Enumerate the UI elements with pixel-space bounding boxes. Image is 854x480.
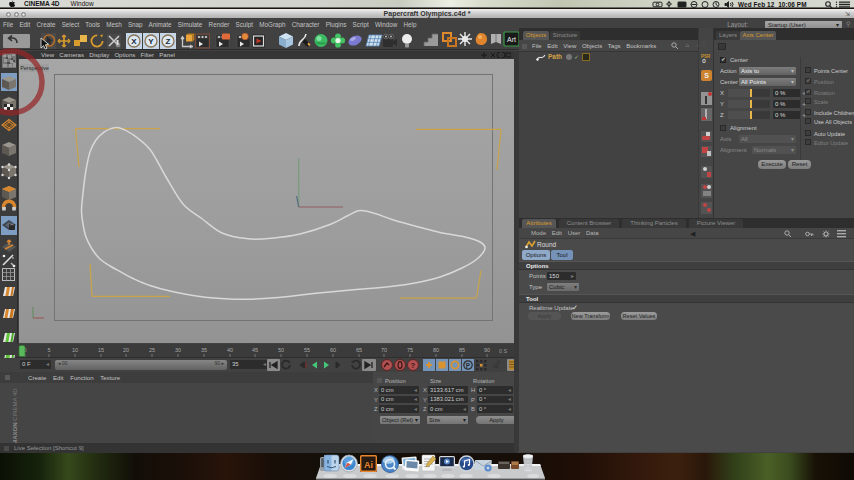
svg-text:Y: Y [148, 37, 154, 46]
svg-text:?: ? [411, 362, 415, 369]
svg-text:0 S: 0 S [499, 348, 508, 354]
svg-text:45: 45 [252, 347, 258, 353]
svg-text:P: P [466, 362, 471, 369]
svg-text:10: 10 [72, 347, 78, 353]
svg-text:Ai: Ai [364, 460, 373, 470]
svg-text:70: 70 [381, 347, 387, 353]
svg-text:5: 5 [47, 347, 50, 353]
svg-text:60: 60 [330, 347, 336, 353]
svg-text:25: 25 [149, 347, 155, 353]
svg-text:40: 40 [227, 347, 233, 353]
svg-text:20: 20 [123, 347, 129, 353]
svg-text:35: 35 [201, 347, 207, 353]
svg-text:90: 90 [484, 347, 490, 353]
svg-text:Z: Z [166, 37, 171, 46]
svg-text:75: 75 [407, 347, 413, 353]
svg-text:85: 85 [459, 347, 465, 353]
svg-text:Art: Art [507, 36, 516, 43]
svg-text:65: 65 [356, 347, 362, 353]
svg-text:80: 80 [433, 347, 439, 353]
svg-text:55: 55 [304, 347, 310, 353]
svg-text:X: X [131, 37, 137, 46]
svg-text:50: 50 [278, 347, 284, 353]
svg-text:30: 30 [175, 347, 181, 353]
svg-text:15: 15 [98, 347, 104, 353]
